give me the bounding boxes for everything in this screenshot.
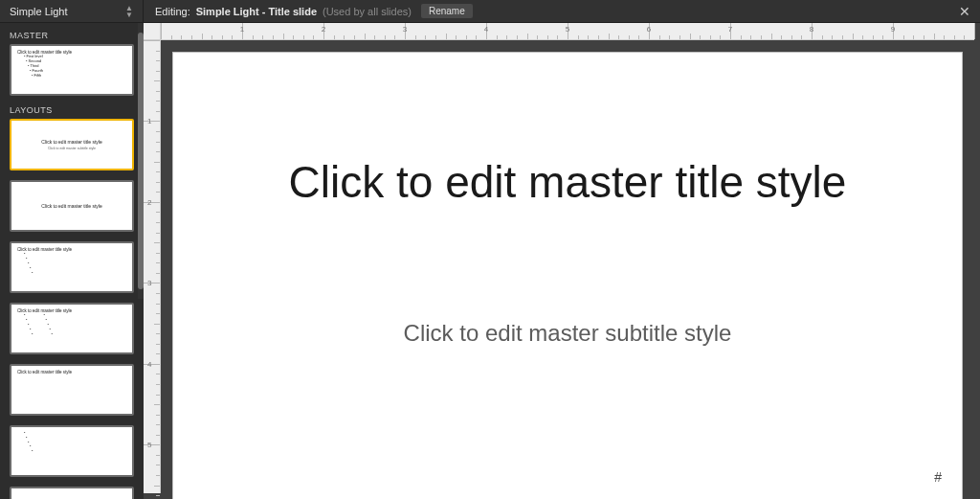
ruler-v-number: 2 xyxy=(147,197,151,206)
theme-selector[interactable]: Simple Light ▲▼ xyxy=(0,0,144,22)
thumb-title: Click to edit master title style xyxy=(41,139,101,145)
title-placeholder[interactable]: Click to edit master title style xyxy=(172,157,963,208)
close-button[interactable]: ✕ xyxy=(949,4,980,19)
master-thumb-levels: • First level • Second • Third • Fourth … xyxy=(21,55,126,78)
ruler-h-number: 3 xyxy=(403,25,407,34)
ruler-horizontal[interactable]: 123456789 xyxy=(161,23,974,40)
thumb-levels: ••••• xyxy=(21,313,33,336)
thumb-title: Click to edit master title style xyxy=(41,203,101,209)
updown-icon: ▲▼ xyxy=(125,5,133,18)
thumb-levels: ••••• xyxy=(21,431,126,454)
layout-thumb[interactable]: Click to edit master xyxy=(10,487,134,499)
layout-thumb[interactable]: Click to edit master title style••••• xyxy=(10,241,134,293)
editing-label: Editing: xyxy=(155,6,190,17)
ruler-h-number: 9 xyxy=(891,25,895,34)
used-by-label: (Used by all slides) xyxy=(323,6,412,17)
ruler-h-number: 4 xyxy=(484,25,488,34)
master-section-label: MASTER xyxy=(10,31,134,40)
editing-breadcrumb: Editing: Simple Light - Title slide (Use… xyxy=(144,4,949,18)
slide-stage[interactable]: Click to edit master title style Click t… xyxy=(161,40,974,493)
master-editor-topbar: Simple Light ▲▼ Editing: Simple Light - … xyxy=(0,0,980,23)
thumb-subtitle: Click to edit master subtitle style xyxy=(48,147,96,150)
ruler-v-number: 1 xyxy=(147,117,151,125)
slide-canvas: 123456789 12345 Click to edit master tit… xyxy=(144,23,980,499)
subtitle-placeholder[interactable]: Click to edit master subtitle style xyxy=(172,320,963,347)
thumb-levels: ••••• xyxy=(40,313,52,336)
layout-thumb[interactable]: ••••• xyxy=(10,425,134,477)
editing-target: Simple Light - Title slide xyxy=(196,6,317,17)
main-area: MASTER Click to edit master title style … xyxy=(0,23,980,499)
layouts-section-label: LAYOUTS xyxy=(10,105,134,115)
ruler-h-number: 2 xyxy=(322,25,325,34)
layouts-panel[interactable]: MASTER Click to edit master title style … xyxy=(0,23,144,499)
master-slide[interactable]: Click to edit master title style Click t… xyxy=(172,52,963,499)
ruler-corner xyxy=(144,23,161,40)
ruler-v-number: 5 xyxy=(147,441,151,449)
layout-thumb[interactable]: Click to edit master title style••••••••… xyxy=(10,303,134,354)
rename-button[interactable]: Rename xyxy=(421,4,473,18)
ruler-h-number: 1 xyxy=(240,25,244,34)
layout-thumb[interactable]: Click to edit master title style xyxy=(10,364,134,416)
ruler-v-number: 3 xyxy=(147,279,151,287)
layout-thumb[interactable]: Click to edit master title style xyxy=(10,180,134,232)
close-icon: ✕ xyxy=(959,4,970,19)
ruler-vertical[interactable]: 12345 xyxy=(144,40,161,493)
theme-name-label: Simple Light xyxy=(10,6,68,17)
ruler-h-number: 7 xyxy=(728,25,732,34)
master-thumb[interactable]: Click to edit master title style • First… xyxy=(10,44,134,96)
ruler-h-number: 5 xyxy=(566,25,569,34)
layout-thumb[interactable]: Click to edit master title styleClick to… xyxy=(10,119,134,170)
thumb-title: Click to edit master title style xyxy=(17,370,126,374)
page-number-placeholder[interactable]: # xyxy=(934,469,942,485)
ruler-h-number: 8 xyxy=(810,25,813,34)
ruler-v-number: 4 xyxy=(147,359,151,368)
ruler-h-number: 6 xyxy=(647,25,651,34)
thumb-levels: ••••• xyxy=(21,252,126,275)
